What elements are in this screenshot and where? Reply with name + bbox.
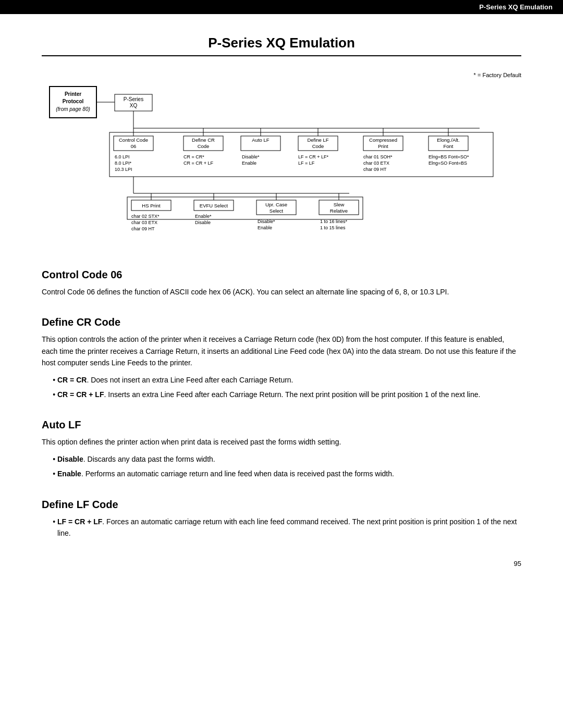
- tree-diagram-svg: Printer Protocol (from page 80) P-Series…: [47, 81, 516, 248]
- svg-text:10.3 LPI: 10.3 LPI: [115, 167, 132, 172]
- section-body-auto-lf: This option defines the printer action w…: [42, 436, 521, 448]
- svg-text:char 03 ETX: char 03 ETX: [131, 220, 157, 225]
- page-number: 95: [42, 560, 521, 567]
- bullet-disable: Disable. Discards any data past the form…: [57, 453, 521, 465]
- bullet-bold-disable: Disable: [57, 455, 83, 463]
- page-title: P-Series XQ Emulation: [42, 35, 521, 56]
- svg-text:Slew: Slew: [334, 202, 345, 207]
- section-heading-control-code: Control Code 06: [42, 269, 521, 281]
- svg-text:Elong./Alt.: Elong./Alt.: [437, 137, 459, 143]
- page-content: P-Series XQ Emulation * = Factory Defaul…: [0, 14, 563, 599]
- bullet-text-cr-cr: . Does not insert an extra Line Feed aft…: [87, 376, 293, 384]
- svg-text:char 03 ETX: char 03 ETX: [363, 161, 389, 166]
- section-body-define-cr: This option controls the action of the p…: [42, 334, 521, 368]
- svg-text:HS Print: HS Print: [142, 203, 161, 208]
- svg-text:EVFU Select: EVFU Select: [200, 203, 228, 208]
- svg-text:Define CR: Define CR: [192, 137, 215, 143]
- svg-text:Disable: Disable: [195, 220, 211, 225]
- bullet-bold-cr-cr: CR = CR: [57, 376, 87, 384]
- bullet-enable: Enable. Performs an automatic carriage r…: [57, 468, 521, 479]
- bullet-bold-cr-lf: CR = CR + LF: [57, 390, 104, 399]
- svg-text:Printer: Printer: [65, 91, 81, 97]
- svg-text:Compressed: Compressed: [369, 137, 397, 143]
- svg-text:Upr. Case: Upr. Case: [265, 202, 287, 207]
- bullet-bold-enable: Enable: [57, 470, 81, 478]
- svg-text:char 01 SOH*: char 01 SOH*: [363, 154, 393, 159]
- svg-text:char 02 STX*: char 02 STX*: [131, 214, 160, 219]
- svg-text:Control Code: Control Code: [119, 137, 148, 143]
- svg-text:LF = CR + LF*: LF = CR + LF*: [298, 154, 329, 159]
- page-header: P-Series XQ Emulation: [0, 0, 563, 14]
- bullet-text-lf: . Forces an automatic carriage return wi…: [57, 517, 517, 537]
- bullet-text-cr-lf: . Inserts an extra Line Feed after each …: [104, 390, 480, 399]
- svg-text:Enable: Enable: [258, 225, 272, 230]
- svg-text:CR = CR + LF: CR = CR + LF: [183, 161, 214, 166]
- svg-text:Disable*: Disable*: [242, 154, 260, 159]
- svg-text:Define LF: Define LF: [307, 137, 328, 143]
- section-heading-define-cr: Define CR Code: [42, 316, 521, 328]
- bullet-cr-cr: CR = CR. Does not insert an extra Line F…: [57, 374, 521, 386]
- section-define-cr: Define CR Code This option controls the …: [42, 316, 521, 400]
- diagram-container: * = Factory Default Printer Protocol (fr…: [42, 72, 521, 248]
- svg-text:Auto LF: Auto LF: [252, 137, 269, 143]
- svg-text:8.0 LPI*: 8.0 LPI*: [115, 161, 132, 166]
- sections-container: Control Code 06 Control Code 06 defines …: [42, 269, 521, 539]
- bullet-list-define-cr: CR = CR. Does not insert an extra Line F…: [57, 374, 521, 401]
- svg-text:6.0 LPI: 6.0 LPI: [115, 154, 130, 159]
- bullet-cr-cr-lf: CR = CR + LF. Inserts an extra Line Feed…: [57, 389, 521, 400]
- bullet-list-auto-lf: Disable. Discards any data past the form…: [57, 453, 521, 480]
- svg-text:Enable*: Enable*: [195, 214, 212, 219]
- section-control-code: Control Code 06 Control Code 06 defines …: [42, 269, 521, 298]
- svg-text:Print: Print: [378, 143, 388, 149]
- svg-text:XQ: XQ: [130, 103, 138, 108]
- svg-text:CR = CR*: CR = CR*: [183, 154, 204, 159]
- svg-text:Font: Font: [443, 143, 453, 149]
- svg-text:Elng=SO Font=BS: Elng=SO Font=BS: [429, 161, 467, 166]
- bullet-text-enable: . Performs an automatic carriage return …: [81, 470, 394, 478]
- svg-text:LF = LF: LF = LF: [298, 161, 315, 166]
- svg-text:Select: Select: [270, 208, 284, 214]
- svg-text:Enable: Enable: [242, 161, 256, 166]
- section-define-lf: Define LF Code LF = CR + LF. Forces an a…: [42, 499, 521, 539]
- factory-default-note: * = Factory Default: [42, 72, 521, 78]
- svg-text:Protocol: Protocol: [63, 98, 84, 104]
- bullet-lf-cr-lf: LF = CR + LF. Forces an automatic carria…: [57, 516, 521, 539]
- bullet-bold-lf: LF = CR + LF: [57, 517, 102, 526]
- section-body-control-code: Control Code 06 defines the function of …: [42, 286, 521, 298]
- section-auto-lf: Auto LF This option defines the printer …: [42, 419, 521, 479]
- section-heading-define-lf: Define LF Code: [42, 499, 521, 511]
- svg-text:06: 06: [131, 143, 137, 149]
- svg-text:char 09 HT: char 09 HT: [363, 167, 387, 172]
- svg-text:1 to 15 lines: 1 to 15 lines: [320, 225, 346, 230]
- bullet-list-define-lf: LF = CR + LF. Forces an automatic carria…: [57, 516, 521, 539]
- svg-text:(from page 80): (from page 80): [56, 106, 90, 112]
- bullet-text-disable: . Discards any data past the forms width…: [83, 455, 215, 463]
- svg-text:Elng=BS Font=SO*: Elng=BS Font=SO*: [429, 154, 469, 159]
- svg-text:Relative: Relative: [330, 208, 348, 214]
- svg-text:Code: Code: [312, 143, 324, 149]
- header-title: P-Series XQ Emulation: [479, 3, 553, 11]
- svg-text:P-Series: P-Series: [124, 96, 143, 102]
- svg-text:Code: Code: [198, 143, 210, 149]
- svg-text:char 09 HT: char 09 HT: [131, 226, 155, 231]
- section-heading-auto-lf: Auto LF: [42, 419, 521, 431]
